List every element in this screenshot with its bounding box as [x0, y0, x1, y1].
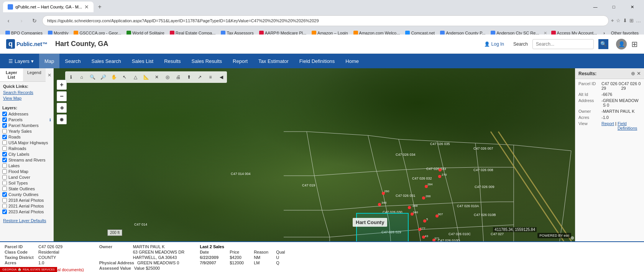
layer-flood-map[interactable]: Flood Map	[2, 169, 51, 174]
zoom-in-button[interactable]: +	[57, 80, 67, 90]
field-definitions-link[interactable]: Field Definitions	[618, 121, 641, 130]
nav-report[interactable]: Report	[227, 54, 253, 68]
tab-close-button[interactable]: ✕	[84, 4, 89, 10]
export-button[interactable]: ⬆	[184, 72, 194, 82]
login-button[interactable]: 👤 Log In	[484, 41, 504, 47]
layer-lakes[interactable]: Lakes	[2, 163, 51, 168]
tab-layer-list[interactable]: Layer List	[0, 68, 23, 81]
layer-railroads-checkbox[interactable]	[2, 146, 7, 151]
collapse-tool-button[interactable]: ◀	[216, 72, 226, 82]
minimize-button[interactable]: —	[586, 1, 604, 13]
refresh-button[interactable]: ↻	[29, 15, 40, 26]
sidebar-close-button[interactable]: ✕	[46, 71, 53, 79]
back-button[interactable]: ‹	[3, 15, 14, 26]
layer-2021-aerial[interactable]: 2021 Aerial Photos	[2, 204, 51, 208]
nav-layers[interactable]: ☰ Layers ▾	[3, 54, 39, 68]
layer-info-icon[interactable]: ℹ	[49, 118, 51, 122]
nav-results[interactable]: Results	[159, 54, 186, 68]
layer-parcel-numbers-checkbox[interactable]	[2, 123, 7, 128]
measure-button[interactable]: 📐	[141, 72, 151, 82]
zoom-out-button[interactable]: −	[57, 91, 67, 101]
zoom-in-rect-button[interactable]: 🔍	[87, 72, 97, 82]
layer-land-cover[interactable]: Land Cover	[2, 175, 51, 180]
layer-2023-aerial[interactable]: 2023 Aerial Photos	[2, 209, 51, 214]
header-search-button[interactable]: 🔍	[598, 39, 608, 49]
pan-button[interactable]: ✋	[109, 72, 119, 82]
forward-button[interactable]: ›	[16, 15, 27, 26]
nav-sales-results[interactable]: Sales Results	[186, 54, 227, 68]
layer-county-outlines[interactable]: County Outlines	[2, 192, 51, 197]
layer-2023-aerial-checkbox[interactable]	[2, 209, 7, 214]
results-close-icon[interactable]: ✕	[637, 71, 641, 76]
nav-home[interactable]: Home	[340, 54, 364, 68]
zoom-out-rect-button[interactable]: 🔎	[98, 72, 108, 82]
layer-soil-types-checkbox[interactable]	[2, 181, 7, 185]
resize-handle[interactable]: ⊕	[570, 235, 574, 241]
layer-usa-highways-checkbox[interactable]	[2, 140, 7, 145]
layer-state-outlines[interactable]: State Outlines	[2, 186, 51, 191]
locate-button[interactable]: ◉	[57, 114, 67, 124]
maximize-button[interactable]: □	[605, 1, 623, 13]
sidebar-tab-row: Layer List Legend ✕	[0, 68, 53, 82]
clear-button[interactable]: ✕	[152, 72, 162, 82]
nav-map[interactable]: Map	[39, 54, 59, 68]
extensions-icon[interactable]: ⊞	[631, 40, 638, 49]
draw-polygon-button[interactable]: △	[130, 72, 140, 82]
layer-parcel-numbers[interactable]: Parcel Numbers	[2, 123, 51, 128]
header-search-input[interactable]	[532, 39, 594, 49]
layer-parcels-checkbox[interactable]	[2, 117, 7, 122]
print-button[interactable]: 🖨	[173, 72, 183, 82]
layer-city-labels[interactable]: City Labels	[2, 152, 51, 157]
layer-parcels[interactable]: Parcels ℹ	[2, 117, 51, 122]
select-button[interactable]: ↖	[120, 72, 130, 82]
layer-usa-major-highways[interactable]: USA Major Highways	[2, 140, 51, 145]
layer-land-cover-checkbox[interactable]	[2, 175, 7, 180]
layer-city-labels-checkbox[interactable]	[2, 152, 7, 157]
more-icon[interactable]: …	[636, 18, 641, 24]
new-tab-button[interactable]: +	[95, 2, 104, 12]
restore-layer-defaults-link[interactable]: Restore Layer Defaults	[0, 217, 53, 224]
nav-sales-list[interactable]: Sales List	[127, 54, 159, 68]
bookmark-star-icon[interactable]: ☆	[616, 18, 621, 24]
layer-addresses[interactable]: Addresses	[2, 112, 51, 116]
translate-icon[interactable]: ⌖	[611, 18, 614, 24]
profile-avatar[interactable]: 👤	[616, 39, 627, 49]
layer-state-outlines-checkbox[interactable]	[2, 186, 7, 191]
map-container[interactable]: C47 026 029 C47 026 030 C47 026 028 C47 …	[54, 68, 575, 241]
layer-soil-types[interactable]: Soil Types	[2, 181, 51, 185]
nav-search[interactable]: Search	[59, 54, 86, 68]
layer-yearly-sales-checkbox[interactable]	[2, 129, 7, 134]
layer-2018-aerial[interactable]: 2018 Aerial Photos	[2, 198, 51, 203]
download-icon[interactable]: ⬇	[623, 18, 627, 24]
layer-railroads[interactable]: Railroads	[2, 146, 51, 151]
buffer-button[interactable]: ◎	[163, 72, 172, 82]
layers-tool-button[interactable]: ≡	[205, 72, 215, 82]
layer-flood-map-checkbox[interactable]	[2, 169, 7, 174]
layer-roads-checkbox[interactable]	[2, 135, 7, 139]
nav-field-definitions[interactable]: Field Definitions	[294, 54, 340, 68]
layer-2018-aerial-checkbox[interactable]	[2, 198, 7, 203]
extension-icon[interactable]: ⊞	[629, 18, 634, 24]
layer-county-outlines-checkbox[interactable]	[2, 192, 7, 197]
view-map-link[interactable]: View Map	[3, 96, 50, 101]
compass-button[interactable]: ⊕	[57, 103, 67, 113]
nav-tax-estimator[interactable]: Tax Estimator	[253, 54, 294, 68]
layer-2021-aerial-checkbox[interactable]	[2, 204, 7, 208]
tab-legend[interactable]: Legend	[23, 68, 46, 81]
layer-roads[interactable]: Roads	[2, 135, 51, 139]
layer-addresses-checkbox[interactable]	[2, 112, 7, 116]
layer-streams[interactable]: Streams and Rivers	[2, 158, 51, 162]
results-add-icon[interactable]: ⊕	[631, 71, 635, 76]
info-tool-button[interactable]: ℹ	[66, 72, 76, 82]
layer-lakes-checkbox[interactable]	[2, 163, 7, 168]
home-tool-button[interactable]: ⌂	[77, 72, 87, 82]
report-link[interactable]: Report	[601, 121, 614, 130]
share-button[interactable]: ↗	[195, 72, 205, 82]
search-records-link[interactable]: Search Records	[3, 90, 50, 95]
nav-sales-search[interactable]: Sales Search	[86, 54, 127, 68]
close-button[interactable]: ✕	[623, 1, 641, 13]
layer-yearly-sales[interactable]: Yearly Sales	[2, 129, 51, 134]
active-tab[interactable]: qPublic.net – Hart County, GA - M... ✕	[3, 2, 94, 12]
address-bar[interactable]: https://qpublic.schneidercorp.com/Applic…	[42, 15, 609, 26]
layer-streams-checkbox[interactable]	[2, 158, 7, 162]
